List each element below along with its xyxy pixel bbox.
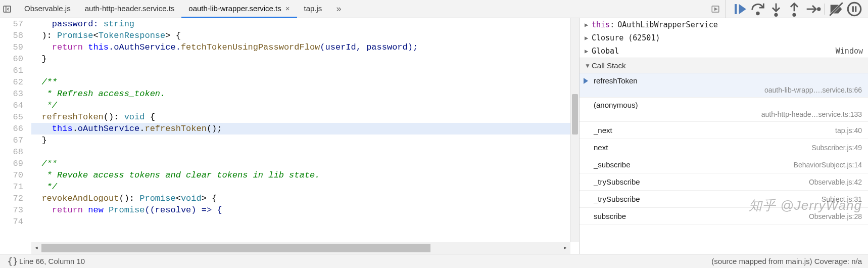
horizontal-scrollbar-track[interactable] <box>41 244 560 252</box>
code-line[interactable]: ): Promise<TokenResponse> { <box>31 30 579 41</box>
tab-bar: Observable.jsauth-http-header.service.ts… <box>14 0 704 18</box>
line-number[interactable]: 64 <box>0 100 23 111</box>
frame-name: subscribe <box>594 212 626 220</box>
line-number[interactable]: 74 <box>0 216 23 228</box>
debug-toolbar <box>726 0 868 18</box>
scroll-right-arrow-icon[interactable]: ▸ <box>560 242 570 254</box>
collapse-icon[interactable]: ▼ <box>585 62 592 69</box>
svg-point-12 <box>817 8 820 10</box>
vertical-scrollbar-thumb[interactable] <box>572 94 578 135</box>
code-line[interactable]: } <box>31 135 579 146</box>
line-number[interactable]: 67 <box>0 135 23 146</box>
callstack-frame[interactable]: (anonymous)auth-http-heade…service.ts:13… <box>580 98 868 122</box>
line-number[interactable]: 58 <box>0 30 23 41</box>
scope-global-row[interactable]: ▶ Global Window <box>580 44 868 58</box>
code-content[interactable]: password: string ): Promise<TokenRespons… <box>31 18 579 254</box>
scope-closure-label: Closure (62501) <box>592 33 660 42</box>
scope-this-label: this <box>592 20 610 29</box>
scope-this-value: OAuthLibWrapperService <box>617 20 718 29</box>
code-line[interactable]: refreshToken(): void { <box>31 111 579 123</box>
line-number[interactable]: 57 <box>0 18 23 30</box>
more-tabs-button[interactable]: » <box>329 4 348 14</box>
line-number[interactable]: 63 <box>0 88 23 100</box>
frame-location: tap.js:40 <box>835 126 862 135</box>
source-map-info: (source mapped from main.js) Coverage: n… <box>711 257 862 265</box>
line-gutter: 575859606162636465666768697071727374 <box>0 18 31 254</box>
code-line[interactable]: password: string <box>31 18 579 30</box>
code-line[interactable]: */ <box>31 100 579 111</box>
tab-observable-js[interactable]: Observable.js <box>17 0 78 18</box>
callstack-frame[interactable]: _nexttap.js:40 <box>580 122 868 139</box>
expand-icon[interactable]: ▶ <box>585 48 592 55</box>
code-line[interactable]: /** <box>31 76 579 88</box>
frame-location: Observable.js:42 <box>809 178 862 186</box>
step-button[interactable] <box>804 2 821 16</box>
callstack-frame[interactable]: nextSubscriber.js:49 <box>580 139 868 156</box>
vertical-scrollbar[interactable] <box>570 18 579 242</box>
horizontal-scrollbar-thumb[interactable] <box>41 244 430 252</box>
pause-on-exceptions-button[interactable] <box>846 2 863 16</box>
svg-point-10 <box>793 14 796 16</box>
line-number[interactable]: 71 <box>0 181 23 193</box>
line-number[interactable]: 62 <box>0 76 23 88</box>
code-line[interactable]: revokeAndLogout(): Promise<void> { <box>31 193 579 204</box>
code-line[interactable]: this.oAuthService.refreshToken(); <box>31 123 579 135</box>
tab-oauth-lib-wrapper-service-ts[interactable]: oauth-lib-wrapper.service.ts× <box>181 0 297 18</box>
pretty-print-icon[interactable]: {} <box>6 256 19 266</box>
resume-button[interactable] <box>731 2 748 16</box>
frame-name: _subscribe <box>594 160 631 169</box>
deactivate-breakpoints-button[interactable] <box>828 2 845 16</box>
callstack-frame[interactable]: _trySubscribeSubject.js:31 <box>580 191 868 208</box>
code-line[interactable] <box>31 146 579 158</box>
svg-rect-17 <box>855 6 856 12</box>
step-over-button[interactable] <box>749 2 766 16</box>
close-icon[interactable]: × <box>285 4 290 13</box>
code-line[interactable]: * Revoke access tokens and clear tokens … <box>31 169 579 181</box>
scope-closure-row[interactable]: ▶ Closure (62501) <box>580 31 868 44</box>
tab-auth-http-header-service-ts[interactable]: auth-http-header.service.ts <box>78 0 182 18</box>
callstack-list: refreshTokenoauth-lib-wrapp….service.ts:… <box>580 73 868 225</box>
code-line[interactable]: /** <box>31 158 579 169</box>
line-number[interactable]: 59 <box>0 41 23 53</box>
code-line[interactable]: } <box>31 53 579 65</box>
code-line[interactable] <box>31 65 579 76</box>
line-number[interactable]: 60 <box>0 53 23 65</box>
scope-this-row[interactable]: ▶ this: OAuthLibWrapperService <box>580 18 868 31</box>
callstack-frame[interactable]: refreshTokenoauth-lib-wrapp….service.ts:… <box>580 73 868 98</box>
callstack-frame[interactable]: _subscribeBehaviorSubject.js:14 <box>580 156 868 173</box>
line-number[interactable]: 72 <box>0 193 23 204</box>
callstack-header[interactable]: ▼ Call Stack <box>580 58 868 73</box>
tab-tap-js[interactable]: tap.js <box>297 0 329 18</box>
step-out-button[interactable] <box>786 2 803 16</box>
code-line[interactable]: * Refresh access_token. <box>31 88 579 100</box>
frame-location: Observable.js:28 <box>809 212 862 220</box>
line-number[interactable]: 61 <box>0 65 23 76</box>
callstack-frame[interactable]: subscribeObservable.js:28 <box>580 208 868 225</box>
expand-icon[interactable]: ▶ <box>585 21 592 28</box>
run-snippet-icon[interactable] <box>708 2 722 16</box>
frame-name: _trySubscribe <box>594 177 640 186</box>
toggle-navigator-icon[interactable] <box>0 2 14 16</box>
scroll-left-arrow-icon[interactable]: ◂ <box>31 242 41 254</box>
line-number[interactable]: 66 <box>0 123 23 135</box>
svg-marker-3 <box>715 8 717 10</box>
horizontal-scrollbar[interactable]: ◂ ▸ <box>31 242 570 254</box>
svg-marker-5 <box>739 4 746 14</box>
line-number[interactable]: 73 <box>0 204 23 216</box>
callstack-header-label: Call Stack <box>592 61 626 70</box>
line-number[interactable]: 69 <box>0 158 23 169</box>
tab-label: Observable.js <box>24 4 71 13</box>
expand-icon[interactable]: ▶ <box>585 34 592 41</box>
line-number[interactable]: 68 <box>0 146 23 158</box>
line-number[interactable]: 65 <box>0 111 23 123</box>
code-line[interactable]: */ <box>31 181 579 193</box>
code-line[interactable] <box>31 216 579 228</box>
code-line[interactable]: return this.oAuthService.fetchTokenUsing… <box>31 41 579 53</box>
callstack-frame[interactable]: _trySubscribeObservable.js:42 <box>580 173 868 191</box>
step-into-button[interactable] <box>767 2 785 16</box>
code-editor[interactable]: 575859606162636465666768697071727374 pas… <box>0 18 579 254</box>
svg-rect-16 <box>852 6 854 12</box>
line-number[interactable]: 70 <box>0 169 23 181</box>
code-line[interactable]: return new Promise((resolve) => { <box>31 204 579 216</box>
cursor-position: Line 66, Column 10 <box>19 257 85 265</box>
